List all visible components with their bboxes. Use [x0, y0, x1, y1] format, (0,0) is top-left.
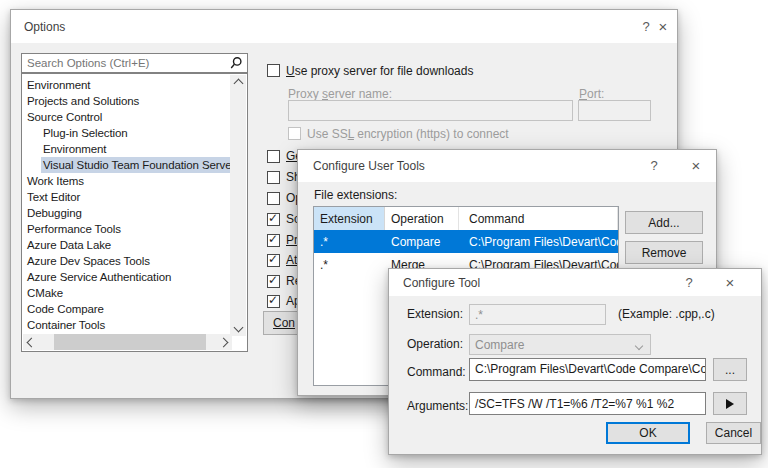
horizontal-scrollbar[interactable] — [23, 334, 232, 350]
arguments-menu-button[interactable] — [713, 392, 747, 415]
sidebar-item-text-editor[interactable]: Text Editor — [23, 189, 231, 205]
play-icon — [726, 399, 734, 409]
help-icon[interactable]: ? — [646, 158, 662, 173]
extension-example: (Example: .cpp,.c) — [618, 307, 715, 321]
configure-tool-dialog: Configure Tool ? × Extension: .* (Exampl… — [388, 268, 762, 455]
sidebar-item-environment-sub[interactable]: Environment — [23, 141, 231, 157]
ssl-checkbox — [288, 127, 301, 140]
sidebar-item-cmake[interactable]: CMake — [23, 285, 231, 301]
scrollbar-thumb[interactable] — [54, 334, 206, 350]
search-icon[interactable] — [229, 56, 243, 70]
search-box — [21, 53, 248, 73]
chevron-down-icon — [635, 342, 643, 350]
search-input[interactable] — [22, 57, 229, 69]
options-titlebar: Options ? × — [11, 10, 677, 43]
checkbox-row[interactable]: Ap — [267, 293, 301, 309]
port-label: Port: — [579, 87, 604, 101]
sidebar-item-projects-and-solutions[interactable]: Projects and Solutions — [23, 93, 231, 109]
sidebar-item-debugging[interactable]: Debugging — [23, 205, 231, 221]
close-icon[interactable]: × — [688, 157, 704, 174]
sidebar-item-container-tools[interactable]: Container Tools — [23, 317, 231, 333]
proxy-server-name-label: Proxy server name: — [288, 87, 392, 101]
user-tools-title: Configure User Tools — [313, 159, 425, 173]
sidebar-item-environment[interactable]: Environment — [23, 77, 231, 93]
arguments-label: Arguments: — [407, 399, 468, 413]
browse-button[interactable]: ... — [713, 358, 747, 381]
table-header: Extension Operation Command — [314, 207, 618, 230]
column-header-command[interactable]: Command — [459, 207, 618, 230]
chevron-down-icon[interactable] — [231, 322, 245, 336]
options-category-list: Environment Projects and Solutions Sourc… — [21, 73, 248, 352]
sidebar-item-source-control[interactable]: Source Control — [23, 109, 231, 125]
sidebar-item-azure-data-lake[interactable]: Azure Data Lake — [23, 237, 231, 253]
operation-label: Operation: — [407, 337, 463, 351]
tool-titlebar: Configure Tool ? × — [389, 269, 761, 296]
column-header-operation[interactable]: Operation — [385, 207, 459, 230]
ok-button[interactable]: OK — [606, 422, 690, 444]
remove-button[interactable]: Remove — [625, 241, 703, 264]
options-title: Options — [24, 20, 65, 34]
checkbox-row[interactable]: Att — [267, 252, 301, 268]
sidebar-item-performance-tools[interactable]: Performance Tools — [23, 221, 231, 237]
chevron-up-icon[interactable] — [231, 75, 245, 89]
close-icon[interactable]: × — [655, 18, 671, 35]
close-icon[interactable]: × — [722, 274, 738, 291]
sidebar-item-azure-service-authentication[interactable]: Azure Service Authentication — [23, 269, 231, 285]
proxy-server-input — [288, 100, 573, 121]
extension-field: .* — [469, 304, 606, 325]
table-row-compare[interactable]: .* Compare C:\Program Files\Devart\Cod..… — [314, 230, 618, 253]
command-label: Command: — [407, 365, 466, 379]
add-button[interactable]: Add... — [625, 211, 703, 234]
vertical-scrollbar[interactable] — [230, 75, 246, 336]
chevron-left-icon[interactable] — [23, 335, 37, 349]
user-tools-titlebar: Configure User Tools ? × — [298, 150, 716, 182]
tool-title: Configure Tool — [403, 276, 480, 290]
sidebar-item-plug-in-selection[interactable]: Plug-in Selection — [23, 125, 231, 141]
help-icon[interactable]: ? — [681, 275, 697, 290]
cancel-button[interactable]: Cancel — [706, 422, 761, 444]
command-field[interactable]: C:\Program Files\Devart\Code Compare\Cod… — [469, 358, 706, 381]
use-proxy-label[interactable]: Use proxy server for file downloads — [286, 64, 473, 78]
help-icon[interactable]: ? — [638, 19, 654, 34]
column-header-extension[interactable]: Extension — [314, 207, 385, 230]
screen: Options ? × Environment Projects and Sol… — [0, 0, 768, 468]
operation-dropdown: Compare — [469, 334, 651, 355]
file-extensions-label: File extensions: — [314, 188, 397, 202]
extension-label: Extension: — [407, 307, 463, 321]
sidebar-item-work-items[interactable]: Work Items — [23, 173, 231, 189]
category-items: Environment Projects and Solutions Sourc… — [23, 75, 231, 337]
use-proxy-checkbox[interactable] — [267, 64, 280, 77]
arguments-field[interactable]: /SC=TFS /W /T1=%6 /T2=%7 %1 %2 — [469, 392, 706, 415]
sidebar-item-azure-dev-spaces-tools[interactable]: Azure Dev Spaces Tools — [23, 253, 231, 269]
sidebar-item-vs-team-foundation-server[interactable]: Visual Studio Team Foundation Server — [41, 157, 231, 173]
chevron-right-icon[interactable] — [218, 335, 232, 349]
ssl-label: Use SSL encryption (https) to connect — [307, 127, 509, 141]
port-input — [578, 100, 651, 121]
sidebar-item-code-compare[interactable]: Code Compare — [23, 301, 231, 317]
